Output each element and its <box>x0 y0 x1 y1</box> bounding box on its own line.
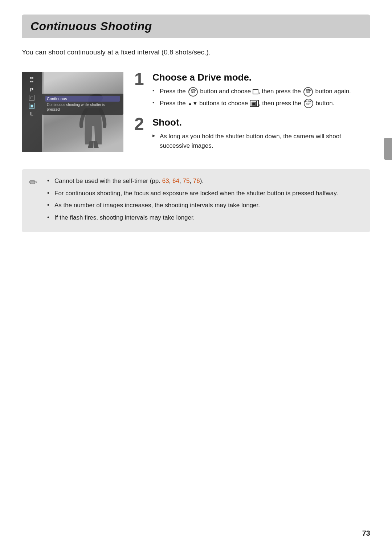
cam-mode-p: P <box>30 87 33 93</box>
func-set-button-3 <box>304 99 313 108</box>
step-2-bullet-1: As long as you hold the shutter button d… <box>152 132 370 150</box>
func-set-button-1 <box>188 87 198 97</box>
step-1-number: 1 <box>134 70 152 88</box>
step-1-bullets: Press the button and choose , then press… <box>152 87 370 108</box>
note-box: ✏ Cannot be used with the self-timer (pp… <box>22 169 370 232</box>
subtitle: You can shoot continuously at a fixed in… <box>22 48 370 63</box>
note-item-1: Cannot be used with the self-timer (pp. … <box>47 176 362 186</box>
func-set-button-2 <box>303 87 313 97</box>
step-2-content: Shoot. As long as you hold the shutter b… <box>152 117 370 152</box>
title-bar: Continuous Shooting <box>22 15 370 38</box>
link-64[interactable]: 64 <box>172 177 179 184</box>
step-1-title: Choose a Drive mode. <box>152 72 370 83</box>
menu-continuous-label: Continuous <box>45 96 120 102</box>
step-2-bullets: As long as you hold the shutter button d… <box>152 132 370 150</box>
cam-cont-icon: ▣| <box>29 103 34 109</box>
note-item-2: For continuous shooting, the focus and e… <box>47 189 362 198</box>
link-75[interactable]: 75 <box>183 177 189 184</box>
camera-sidebar: ■■■■ P □ ▣| L <box>22 72 42 152</box>
pencil-icon: ✏ <box>29 176 37 188</box>
step-1-bullet-1: Press the button and choose , then press… <box>152 87 370 97</box>
cam-icon-top: ■■■■ <box>30 76 34 83</box>
page-title: Continuous Shooting <box>30 20 362 33</box>
note-list: Cannot be used with the self-timer (pp. … <box>47 176 362 222</box>
cam-mode-l: L <box>30 111 33 116</box>
step-2-title: Shoot. <box>152 117 370 128</box>
cam-single-icon: □ <box>29 95 34 101</box>
step-2: 2 Shoot. As long as you hold the shutter… <box>134 117 370 152</box>
step-1: 1 Choose a Drive mode. Press the button … <box>134 72 370 110</box>
steps-area: 1 Choose a Drive mode. Press the button … <box>134 72 370 159</box>
link-76[interactable]: 76 <box>193 177 200 184</box>
link-63[interactable]: 63 <box>162 177 169 184</box>
single-frame-icon <box>253 89 258 94</box>
page-number: 73 <box>362 529 370 537</box>
arrows-icon: ▲▼ <box>188 101 198 106</box>
note-item-3: As the number of images increases, the s… <box>47 201 362 210</box>
camera-menu-overlay: Continuous Continuous shooting while shu… <box>42 94 123 115</box>
menu-continuous-sublabel: Continuous shooting while shutter is pre… <box>45 102 120 113</box>
right-tab <box>384 138 392 160</box>
step-1-content: Choose a Drive mode. Press the button an… <box>152 72 370 110</box>
step-2-number: 2 <box>134 115 152 133</box>
camera-screenshot: ■■■■ P □ ▣| L Continuous Continuous shoo… <box>22 72 123 152</box>
note-item-4: If the flash fires, shooting intervals m… <box>47 213 362 222</box>
cont-drive-icon: ▣| <box>250 100 259 107</box>
step-1-bullet-2: Press the ▲▼ buttons to choose ▣|, then … <box>152 99 370 109</box>
main-content: ■■■■ P □ ▣| L Continuous Continuous shoo… <box>22 72 370 159</box>
